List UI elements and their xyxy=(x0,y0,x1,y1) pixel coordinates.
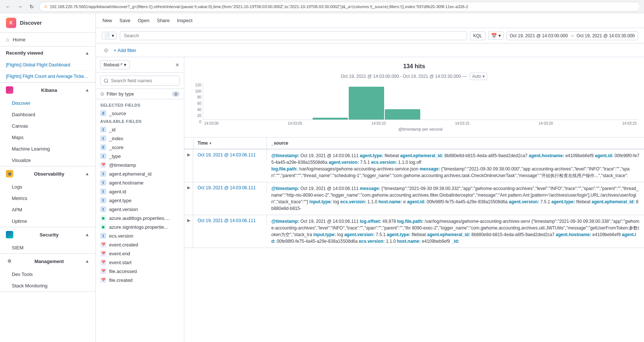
field-item-source[interactable]: # _source xyxy=(96,109,184,118)
field-type-badge: # xyxy=(100,110,106,116)
bar-4 xyxy=(349,87,384,120)
sidebar-item-logs[interactable]: Logs xyxy=(0,181,95,193)
table-row: ▶ Oct 19, 2021 @ 14:03:06.111 @timestamp… xyxy=(184,182,644,215)
recently-viewed-chevron: ▲ xyxy=(85,51,90,56)
share-button[interactable]: Share xyxy=(156,16,170,25)
auto-label: Auto xyxy=(472,74,481,79)
filter-badge: 0 xyxy=(172,91,180,97)
sidebar-item-maps[interactable]: Maps xyxy=(0,132,95,143)
field-item-agent-id[interactable]: t agent.id xyxy=(96,187,184,196)
recently-viewed-item-1[interactable]: [Flights] Flight Count and Average Ticke… xyxy=(0,71,95,82)
index-pattern-button[interactable]: filebeat-* ▾ xyxy=(100,60,130,69)
sidebar: K Discover ⌂ Home Recently viewed ▲ [Fli… xyxy=(0,13,96,342)
filter-by-type-button[interactable]: ⊙ Filter by type 0 xyxy=(96,89,184,99)
app-title: Discover xyxy=(20,20,42,26)
search-input[interactable] xyxy=(124,33,463,38)
index-selector: filebeat-* ▾ ✕ xyxy=(96,57,184,73)
field-item-azure-signin[interactable]: ▦ azure.signinlogs.propertie... xyxy=(96,222,184,231)
kql-button[interactable]: KQL xyxy=(470,31,485,40)
security-section-header[interactable]: 🛡 Security ▲ xyxy=(0,227,95,242)
field-type-t-badge: t xyxy=(100,189,106,194)
th-time[interactable]: Time ▾ xyxy=(193,138,267,149)
field-item-index[interactable]: t _index xyxy=(96,134,184,143)
y-label-40: 40 xyxy=(190,108,201,112)
home-nav-item[interactable]: ⌂ Home xyxy=(0,33,95,46)
field-item-score[interactable]: # _score xyxy=(96,143,184,152)
row-time-1: Oct 19, 2021 @ 14:03:06.111 xyxy=(193,182,267,193)
field-type-date-badge: 📅 xyxy=(100,242,106,248)
chart-subtitle-text: Oct 19, 2021 @ 14:03:00.000 - Oct 19, 20… xyxy=(341,74,467,79)
search-type-selector[interactable]: 📄 ▾ xyxy=(102,32,117,39)
hits-count: 134 hits xyxy=(190,63,638,70)
source-text-0: @timestamp: Oct 19, 2021 @ 14:03:06.111 … xyxy=(271,152,640,179)
field-item-timestamp[interactable]: 📅 @timestamp xyxy=(96,160,184,169)
row-expand-button-1[interactable]: ▶ xyxy=(184,182,193,215)
open-button[interactable]: Open xyxy=(137,16,150,25)
x-label-5: 14:03:25 xyxy=(622,121,637,125)
field-name: _source xyxy=(109,111,126,116)
recently-viewed-header[interactable]: Recently viewed ▲ xyxy=(0,46,95,59)
sidebar-item-canvas[interactable]: Canvas xyxy=(0,120,95,132)
reload-button[interactable]: ↻ xyxy=(27,2,36,11)
sidebar-item-machine-learning[interactable]: Machine Learning xyxy=(0,143,95,155)
row-time-2: Oct 19, 2021 @ 14:03:06.111 xyxy=(193,215,267,226)
date-range-selector[interactable]: Oct 19, 2021 @ 14:03:00.000 → Oct 19, 20… xyxy=(507,31,638,40)
sidebar-item-dashboard[interactable]: Dashboard xyxy=(0,109,95,120)
field-name: event.end xyxy=(109,251,130,256)
field-type-t-badge: t xyxy=(100,127,106,132)
calendar-button[interactable]: 📅 ▾ xyxy=(488,31,504,40)
field-type-geo-badge: ▦ xyxy=(100,224,106,230)
sidebar-item-dev-tools[interactable]: Dev Tools xyxy=(0,269,95,280)
field-item-ephemeral-id[interactable]: t agent.ephemeral_id xyxy=(96,169,184,178)
field-item-type[interactable]: t _type xyxy=(96,152,184,160)
sidebar-item-metrics[interactable]: Metrics xyxy=(0,193,95,204)
row-expand-button-2[interactable]: ▶ xyxy=(184,215,193,248)
auto-select-button[interactable]: Auto ▾ xyxy=(470,73,488,80)
field-item-azure-audit[interactable]: ▦ azure.auditlogs.properties.... xyxy=(96,214,184,222)
close-panel-button[interactable]: ✕ xyxy=(175,62,180,68)
field-name: agent.ephemeral_id xyxy=(109,171,152,177)
y-label-80: 80 xyxy=(190,95,201,99)
sidebar-item-siem[interactable]: SIEM xyxy=(0,242,95,253)
new-button[interactable]: New xyxy=(102,16,113,25)
chart-area: 134 hits Oct 19, 2021 @ 14:03:00.000 - O… xyxy=(184,57,644,138)
filter-icon: ⊙ xyxy=(100,91,104,97)
field-item-agent-version[interactable]: t agent.version xyxy=(96,205,184,214)
field-name: event.start xyxy=(109,260,132,265)
field-item-agent-type[interactable]: t agent.type xyxy=(96,196,184,205)
field-item-event-start[interactable]: 📅 event.start xyxy=(96,258,184,267)
back-button[interactable]: ← xyxy=(4,2,13,11)
filter-options-button[interactable]: ⊙ xyxy=(102,46,111,55)
inspect-button[interactable]: Inspect xyxy=(176,16,193,25)
sidebar-item-apm[interactable]: APM xyxy=(0,204,95,215)
field-item-hostname[interactable]: t agent.hostname xyxy=(96,178,184,187)
field-name: file.accessed xyxy=(109,269,137,274)
observability-section-title: Observability xyxy=(34,171,64,177)
field-item-file-created[interactable]: 📅 file.created xyxy=(96,276,184,284)
add-filter-button[interactable]: + Add filter xyxy=(114,48,136,53)
field-item-id[interactable]: t _id xyxy=(96,125,184,134)
recently-viewed-item-0[interactable]: [Flights] Global Flight Dashboard xyxy=(0,59,95,71)
field-item-file-accessed[interactable]: 📅 file.accessed xyxy=(96,267,184,276)
observability-section-header[interactable]: ◉ Observability ▲ xyxy=(0,166,95,181)
field-search-input[interactable] xyxy=(100,76,180,86)
filter-by-type-label: Filter by type xyxy=(107,91,134,97)
management-section-title: Management xyxy=(35,259,64,264)
row-expand-button-0[interactable]: ▶ xyxy=(184,149,193,182)
save-button[interactable]: Save xyxy=(119,16,131,25)
field-item-ecs-version[interactable]: t ecs.version xyxy=(96,231,184,240)
search-bar-row: 📄 ▾ KQL 📅 ▾ Oct 19, 2021 @ 14:03:00.000 … xyxy=(96,28,644,44)
sidebar-item-discover[interactable]: Discover xyxy=(0,97,95,109)
field-item-event-created[interactable]: 📅 event.created xyxy=(96,240,184,249)
forward-button[interactable]: → xyxy=(15,2,24,11)
bars-container xyxy=(203,83,638,120)
management-section-header[interactable]: ⚙ Management ▲ xyxy=(0,254,95,269)
search-input-wrap[interactable] xyxy=(120,31,467,40)
kibana-section-header[interactable]: ✦ Kibana ▲ xyxy=(0,83,95,97)
kql-label: KQL xyxy=(473,33,482,38)
sidebar-item-visualize[interactable]: Visualize xyxy=(0,155,95,166)
field-name: agent.hostname xyxy=(109,180,143,186)
sidebar-item-uptime[interactable]: Uptime xyxy=(0,215,95,227)
field-item-event-end[interactable]: 📅 event.end xyxy=(96,249,184,258)
sidebar-item-stack-monitoring[interactable]: Stack Monitoring xyxy=(0,280,95,291)
